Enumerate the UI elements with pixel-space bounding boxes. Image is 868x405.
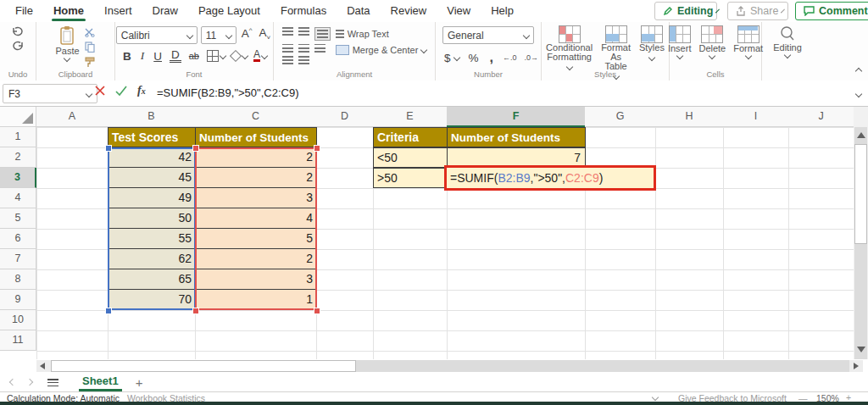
- horizontal-scrollbar-thumb[interactable]: [51, 360, 356, 372]
- tab-page-layout[interactable]: Page Layout: [188, 0, 270, 22]
- decrease-indent-icon[interactable]: [282, 56, 293, 64]
- tab-insert[interactable]: Insert: [94, 0, 142, 22]
- column-header-E[interactable]: E: [373, 107, 448, 127]
- row-header-7[interactable]: 7: [0, 249, 36, 269]
- column-header-C[interactable]: C: [195, 107, 317, 127]
- italic-button[interactable]: I: [139, 49, 147, 63]
- sheet-tab-sheet1[interactable]: Sheet1: [79, 373, 122, 391]
- row-header-8[interactable]: 8: [0, 269, 36, 290]
- decrease-decimal-button[interactable]: .0→: [525, 53, 539, 62]
- editing-menu-button[interactable]: Editing: [773, 25, 802, 58]
- next-sheet-icon[interactable]: [26, 379, 33, 386]
- format-painter-icon[interactable]: [85, 57, 96, 68]
- scroll-up-arrow[interactable]: [857, 132, 865, 138]
- tab-help[interactable]: Help: [481, 0, 524, 22]
- vertical-scrollbar[interactable]: [854, 107, 868, 359]
- row-header-11[interactable]: 11: [0, 330, 36, 351]
- scroll-right-arrow[interactable]: [854, 363, 859, 369]
- formula-input[interactable]: =SUMIF(B2:B9,">50",C2:C9): [157, 80, 298, 106]
- align-top-icon[interactable]: [282, 27, 293, 36]
- double-underline-button[interactable]: D: [170, 50, 181, 63]
- row-header-6[interactable]: 6: [0, 229, 36, 249]
- font-name-select[interactable]: Calibri: [116, 26, 198, 44]
- cell-E1[interactable]: Criteria: [373, 127, 448, 147]
- collapse-ribbon-button[interactable]: [856, 62, 861, 77]
- bold-button[interactable]: B: [121, 50, 133, 63]
- format-cells-button[interactable]: Format: [733, 25, 763, 58]
- all-sheets-menu-icon[interactable]: [47, 379, 58, 386]
- grow-font-button[interactable]: A^: [240, 26, 254, 44]
- redo-icon[interactable]: [11, 40, 25, 51]
- insert-cells-button[interactable]: Insert: [668, 25, 692, 58]
- previous-sheet-icon[interactable]: [9, 379, 16, 386]
- editing-mode-button[interactable]: Editing: [654, 2, 717, 20]
- cancel-entry-icon[interactable]: [95, 86, 105, 96]
- tab-view[interactable]: View: [437, 0, 481, 22]
- row-header-9[interactable]: 9: [0, 290, 36, 310]
- share-button[interactable]: Share: [727, 2, 788, 20]
- tab-home[interactable]: Home: [43, 0, 94, 22]
- range-handle-red-bottom-left[interactable]: [192, 308, 199, 314]
- wrap-text-button[interactable]: Wrap Text: [336, 29, 427, 39]
- number-format-select[interactable]: General: [442, 26, 534, 44]
- comments-button[interactable]: Comments: [795, 2, 868, 20]
- add-sheet-icon[interactable]: +: [136, 375, 143, 390]
- delete-cells-button[interactable]: Delete: [698, 25, 726, 58]
- column-header-B[interactable]: B: [108, 107, 196, 127]
- font-size-select[interactable]: 11: [201, 26, 236, 44]
- undo-icon[interactable]: [11, 25, 25, 36]
- cell-styles-button[interactable]: Styles: [639, 25, 665, 62]
- increase-indent-icon[interactable]: [298, 56, 309, 64]
- cell-E3[interactable]: >50: [373, 168, 448, 188]
- comma-style-button[interactable]: ,: [488, 50, 495, 65]
- tab-data[interactable]: Data: [337, 0, 380, 22]
- fill-color-button[interactable]: [231, 52, 248, 60]
- row-header-10[interactable]: 10: [0, 310, 36, 330]
- cell-F1[interactable]: Number of Students: [447, 127, 586, 147]
- column-header-D[interactable]: D: [316, 107, 374, 127]
- borders-button[interactable]: [207, 50, 225, 62]
- increase-decimal-button[interactable]: ←.0: [503, 53, 517, 62]
- underline-button[interactable]: U: [152, 50, 164, 63]
- column-header-J[interactable]: J: [788, 107, 854, 127]
- align-right-icon[interactable]: [314, 44, 326, 53]
- shrink-font-button[interactable]: A˅: [258, 26, 273, 44]
- copy-icon[interactable]: [85, 42, 96, 53]
- row-header-4[interactable]: 4: [0, 188, 36, 208]
- align-bottom-selected[interactable]: [314, 27, 331, 41]
- scroll-down-arrow[interactable]: [857, 347, 865, 352]
- percent-style-button[interactable]: %: [467, 52, 481, 64]
- align-left-icon[interactable]: [282, 44, 293, 53]
- column-header-F[interactable]: F: [447, 107, 586, 127]
- column-header-G[interactable]: G: [585, 107, 656, 127]
- align-center-icon[interactable]: [298, 44, 309, 53]
- tab-review[interactable]: Review: [381, 0, 437, 22]
- active-cell-formula-F3[interactable]: =SUMIF(B2:B9,">50",C2:C9): [444, 165, 656, 191]
- align-middle-icon[interactable]: [298, 27, 309, 36]
- confirm-entry-icon[interactable]: [115, 86, 127, 96]
- insert-function-icon[interactable]: fx: [137, 84, 146, 97]
- range-handle-blue-bottom-left[interactable]: [105, 308, 112, 314]
- status-options-chevron-icon[interactable]: [652, 394, 659, 401]
- row-header-5[interactable]: 5: [0, 208, 36, 229]
- range-handle-red-top-left[interactable]: [192, 145, 199, 152]
- accounting-format-button[interactable]: $: [442, 52, 459, 64]
- row-header-1[interactable]: 1: [0, 127, 36, 147]
- tab-file[interactable]: File: [5, 0, 43, 22]
- tab-draw[interactable]: Draw: [142, 0, 188, 22]
- row-header-2[interactable]: 2: [0, 147, 36, 168]
- cell-C1[interactable]: Number of Students: [195, 127, 317, 147]
- range-handle-red-bottom-right[interactable]: [314, 308, 320, 314]
- column-header-H[interactable]: H: [655, 107, 724, 127]
- cut-icon[interactable]: [85, 28, 96, 37]
- select-all-corner[interactable]: [0, 107, 36, 127]
- scroll-left-arrow[interactable]: [40, 363, 45, 369]
- conditional-formatting-button[interactable]: ConditionalFormatting: [546, 25, 593, 71]
- row-header-3[interactable]: 3: [0, 168, 36, 188]
- paste-button[interactable]: Paste: [55, 25, 79, 61]
- merge-center-button[interactable]: Merge & Center: [336, 45, 427, 55]
- column-header-I[interactable]: I: [723, 107, 789, 127]
- expand-formula-bar-icon[interactable]: [855, 91, 862, 97]
- horizontal-scrollbar[interactable]: [0, 359, 868, 373]
- column-header-A[interactable]: A: [36, 107, 108, 127]
